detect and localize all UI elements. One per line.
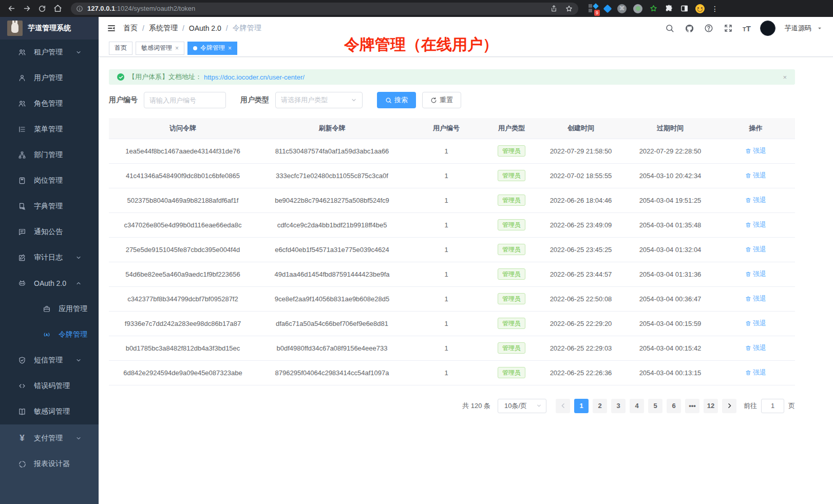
user-type-select[interactable]: 请选择用户类型	[275, 92, 363, 108]
expire-time-cell: 2054-03-04 00:15:59	[624, 311, 716, 336]
share-icon[interactable]	[550, 5, 558, 13]
address-bar[interactable]: 127.0.0.1:1024/system/oauth2/token	[71, 3, 578, 15]
browser-menu-icon[interactable]: ⋮	[711, 5, 718, 13]
goto-page-input[interactable]	[761, 399, 784, 413]
page-content: 【用户体系】文档地址： https://doc.iocoder.cn/user-…	[99, 57, 805, 413]
extension-command-icon[interactable]: ⌘	[617, 4, 627, 13]
profile-emoji-icon[interactable]	[695, 4, 705, 13]
created-time-cell: 2022-06-25 22:26:36	[538, 360, 624, 385]
sidebar-item-menu-management[interactable]: 菜单管理	[0, 117, 99, 142]
expire-time-cell: 2054-03-04 01:35:48	[624, 212, 716, 237]
sidebar-item-dept-management[interactable]: 部门管理	[0, 142, 99, 168]
page-button-12[interactable]: 12	[704, 399, 718, 413]
sidebar-item-tenant-management[interactable]: 租户管理	[0, 40, 99, 65]
role-users-icon	[17, 99, 27, 108]
force-logout-button[interactable]: 强退	[745, 245, 766, 254]
page-button-1[interactable]: 1	[574, 399, 589, 413]
table-row: 1ea5e44f8bc1467aaede43144f31de76811c5304…	[109, 139, 795, 163]
sidebar-item-oauth2-application[interactable]: 应用管理	[0, 296, 99, 322]
force-logout-button[interactable]: 强退	[745, 171, 766, 180]
sidebar-item-label: 审计日志	[34, 253, 63, 262]
page-ellipsis[interactable]: •••	[685, 399, 699, 413]
sidebar-item-error-code-management[interactable]: 错误码管理	[0, 373, 99, 399]
browser-back-icon[interactable]	[5, 3, 17, 15]
table-row: c342377bf8b344799dcbf7bf095287f29ce8ef2a…	[109, 286, 795, 311]
tab-令牌管理[interactable]: 令牌管理×	[187, 42, 237, 55]
reset-button[interactable]: 重置	[422, 92, 461, 108]
user-type-cell: 管理员	[485, 163, 538, 188]
sidebar-item-pay-management[interactable]: ¥支付管理	[0, 425, 99, 451]
sidebar-item-audit-log[interactable]: 审计日志	[0, 245, 99, 270]
force-logout-button[interactable]: 强退	[745, 220, 766, 229]
tab-close-icon[interactable]: ×	[228, 45, 232, 52]
site-info-icon[interactable]	[76, 5, 83, 12]
search-icon[interactable]	[665, 23, 675, 33]
page-button-5[interactable]: 5	[648, 399, 662, 413]
search-button[interactable]: 搜索	[377, 92, 416, 108]
sidebar-item-user-management[interactable]: 用户管理	[0, 65, 99, 91]
sidebar-item-dict-management[interactable]: 字典管理	[0, 193, 99, 219]
sidebar-item-sensitive-words[interactable]: 敏感词管理	[0, 399, 99, 424]
fullscreen-icon[interactable]	[723, 23, 733, 33]
action-cell: 强退	[716, 311, 795, 336]
page-buttons: 123456•••12	[572, 399, 720, 413]
force-logout-button[interactable]: 强退	[745, 343, 766, 353]
table-row: b0d1785bc3a8482f812db4a3f3bd15ecb0df4980…	[109, 336, 795, 360]
column-header: 访问令牌	[109, 118, 257, 139]
breadcrumb-item[interactable]: 系统管理	[149, 24, 178, 33]
breadcrumb-item[interactable]: OAuth 2.0	[189, 24, 221, 32]
page-unit-label: 页	[788, 401, 795, 411]
sidebar-item-role-management[interactable]: 角色管理	[0, 91, 99, 117]
page-button-4[interactable]: 4	[630, 399, 644, 413]
action-cell: 强退	[716, 360, 795, 385]
tab-close-icon[interactable]: ×	[175, 45, 179, 52]
sidebar-item-oauth2-token[interactable]: 令牌管理	[0, 322, 99, 347]
sidebar-collapse-icon[interactable]	[107, 24, 116, 33]
alert-close-icon[interactable]: ×	[783, 73, 787, 81]
help-icon[interactable]	[704, 23, 714, 33]
tab-敏感词管理[interactable]: 敏感词管理×	[136, 42, 184, 55]
force-logout-button[interactable]: 强退	[745, 368, 766, 377]
breadcrumb-item: 令牌管理	[233, 24, 261, 33]
extension-gem-icon[interactable]	[603, 4, 612, 13]
force-logout-button[interactable]: 强退	[745, 146, 766, 156]
action-cell: 强退	[716, 286, 795, 311]
org-chart-icon	[17, 150, 27, 160]
bookmark-star-icon[interactable]	[565, 5, 573, 13]
prev-page-button[interactable]	[556, 399, 570, 413]
brand[interactable]: 芋道管理系统	[0, 17, 99, 40]
github-icon[interactable]	[684, 23, 694, 33]
page-button-2[interactable]: 2	[593, 399, 607, 413]
font-size-icon[interactable]: TT	[743, 24, 751, 33]
extension-record-icon[interactable]	[633, 4, 642, 13]
extension-grid-icon[interactable]: 9	[589, 4, 598, 13]
sidebar-item-sms-management[interactable]: 短信管理	[0, 347, 99, 373]
side-panel-icon[interactable]	[680, 4, 689, 13]
force-logout-button[interactable]: 强退	[745, 269, 766, 279]
page-button-6[interactable]: 6	[667, 399, 681, 413]
tab-首页[interactable]: 首页	[109, 42, 132, 55]
force-logout-button[interactable]: 强退	[745, 294, 766, 303]
sidebar-item-notice-announcement[interactable]: 通知公告	[0, 219, 99, 245]
avatar[interactable]	[760, 21, 775, 36]
next-page-button[interactable]	[722, 399, 736, 413]
sidebar-item-oauth2[interactable]: OAuth 2.0	[0, 270, 99, 296]
sidebar-item-report-designer[interactable]: 报表设计器	[0, 451, 99, 477]
browser-reload-icon[interactable]	[36, 3, 48, 15]
user-id-input[interactable]	[144, 92, 226, 108]
page-size-select[interactable]: 10条/页	[498, 399, 546, 413]
force-logout-button[interactable]: 强退	[745, 319, 766, 328]
force-logout-button[interactable]: 强退	[745, 196, 766, 205]
search-form: 用户编号 用户类型 请选择用户类型 搜索	[109, 92, 805, 108]
trash-icon	[745, 197, 751, 203]
page-button-3[interactable]: 3	[611, 399, 626, 413]
extension-green-star-icon[interactable]	[649, 4, 658, 13]
alert-doc-link[interactable]: https://doc.iocoder.cn/user-center/	[204, 73, 305, 81]
browser-forward-icon[interactable]	[21, 3, 33, 15]
breadcrumb-item[interactable]: 首页	[123, 24, 138, 33]
sidebar-item-label: 错误码管理	[34, 381, 70, 391]
sidebar-item-post-management[interactable]: 岗位管理	[0, 168, 99, 193]
extensions-puzzle-icon[interactable]	[665, 4, 673, 13]
browser-home-icon[interactable]	[51, 3, 64, 15]
user-menu[interactable]: 芋道源码	[785, 23, 825, 33]
